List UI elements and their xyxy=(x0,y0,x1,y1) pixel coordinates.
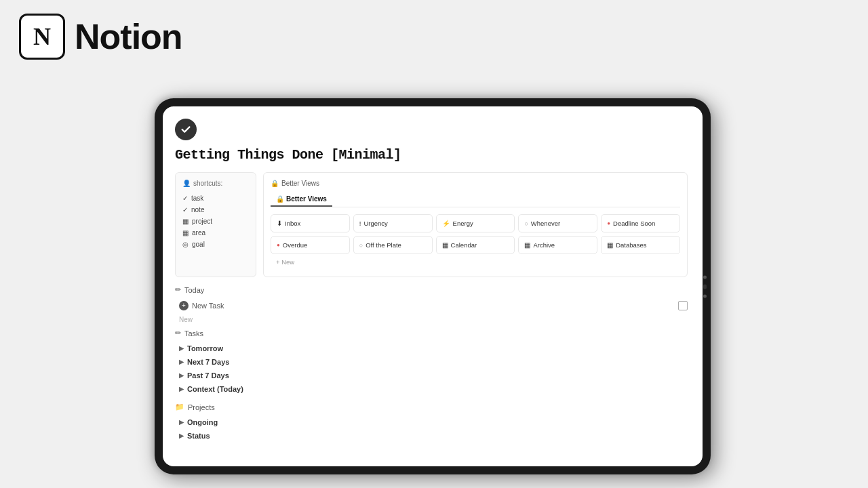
context-arrow-icon: ▶ xyxy=(179,386,184,392)
tablet-dot-2 xyxy=(703,284,707,289)
bv-card-energy[interactable]: ⚡ Energy xyxy=(436,214,515,232)
project-group-ongoing[interactable]: ▶ Ongoing xyxy=(175,415,688,429)
bv-card-calendar[interactable]: ▦ Calendar xyxy=(436,236,515,254)
notion-logo-area: N Notion xyxy=(19,14,182,60)
shortcuts-panel: 👤 shortcuts: ✓ task ✓ note ▦ project xyxy=(175,172,256,277)
shortcut-task[interactable]: ✓ task xyxy=(182,192,249,204)
tasks-pencil-icon: ✏ xyxy=(175,329,181,338)
shortcut-project-label: project xyxy=(192,218,212,225)
bv-new-button[interactable]: + New xyxy=(271,254,680,270)
goal-icon: ◎ xyxy=(182,241,189,248)
next7-arrow-icon: ▶ xyxy=(179,359,184,365)
shortcuts-header: 👤 shortcuts: xyxy=(182,180,249,187)
bv-cards-row2: Overdue Off the Plate ▦ Calendar ▦ Archi… xyxy=(271,236,680,254)
past7-arrow-icon: ▶ xyxy=(179,372,184,379)
two-column-layout: 👤 shortcuts: ✓ task ✓ note ▦ project xyxy=(175,172,688,277)
bv-card-deadline[interactable]: Deadline Soon xyxy=(601,214,680,232)
projects-section: 📁 Projects ▶ Ongoing ▶ Status xyxy=(175,403,688,443)
notion-title: Notion xyxy=(75,16,182,57)
projects-section-header: 📁 Projects xyxy=(175,403,688,411)
tab-better-views-label: Better Views xyxy=(286,195,327,203)
bv-tabs: 🔒 Better Views xyxy=(271,192,680,207)
page-title: Getting Things Done [Minimal] xyxy=(175,147,688,163)
today-row: + New Task xyxy=(175,298,688,313)
status-label: Status xyxy=(187,432,210,440)
new-task-label: New Task xyxy=(192,302,224,310)
shortcut-note[interactable]: ✓ note xyxy=(182,204,249,216)
offplate-label: Off the Plate xyxy=(366,241,401,249)
tablet-screen: Getting Things Done [Minimal] 👤 shortcut… xyxy=(163,106,703,466)
new-task-button[interactable]: + New Task xyxy=(175,298,228,313)
shortcut-note-label: note xyxy=(191,206,204,214)
bv-card-databases[interactable]: ▦ Databases xyxy=(601,236,680,254)
tablet-frame: Getting Things Done [Minimal] 👤 shortcut… xyxy=(155,98,711,474)
databases-icon: ▦ xyxy=(607,241,613,249)
ongoing-arrow-icon: ▶ xyxy=(179,419,184,426)
project-icon: ▦ xyxy=(182,218,189,225)
bv-header-label: Better Views xyxy=(281,180,319,187)
archive-icon: ▦ xyxy=(524,241,530,249)
new-small-label[interactable]: New xyxy=(175,316,688,323)
task-group-tomorrow[interactable]: ▶ Tomorrow xyxy=(175,342,688,355)
tomorrow-label: Tomorrow xyxy=(187,344,223,352)
notion-logo-icon: N xyxy=(19,14,65,60)
tab-lock-icon: 🔒 xyxy=(276,195,284,203)
calendar-icon: ▦ xyxy=(442,241,448,249)
shortcut-project[interactable]: ▦ project xyxy=(182,216,249,227)
next7-label: Next 7 Days xyxy=(187,358,229,366)
bv-cards-row1: ⬇ Inbox ! Urgency ⚡ Energy Whenever xyxy=(271,214,680,232)
projects-folder-icon: 📁 xyxy=(175,403,184,411)
inbox-icon: ⬇ xyxy=(277,220,282,227)
tomorrow-arrow-icon: ▶ xyxy=(179,345,184,352)
tablet-dot-3 xyxy=(703,294,707,298)
past7-label: Past 7 Days xyxy=(187,371,229,380)
bv-card-inbox[interactable]: ⬇ Inbox xyxy=(271,214,350,232)
bv-header: 🔒 Better Views xyxy=(271,180,680,187)
bv-card-archive[interactable]: ▦ Archive xyxy=(518,236,597,254)
task-check-icon: ✓ xyxy=(182,195,188,202)
shortcut-goal-label: goal xyxy=(192,241,205,248)
task-group-past7[interactable]: ▶ Past 7 Days xyxy=(175,369,688,382)
shortcut-area-label: area xyxy=(192,229,205,237)
new-task-plus-icon: + xyxy=(179,301,189,310)
tasks-section-header: ✏ Tasks xyxy=(175,329,688,338)
pencil-icon: ✏ xyxy=(175,285,181,294)
shortcut-area[interactable]: ▦ area xyxy=(182,227,249,239)
shortcut-goal[interactable]: ◎ goal xyxy=(182,239,249,250)
urgency-icon: ! xyxy=(359,220,361,227)
grid-view-icon[interactable] xyxy=(678,301,688,310)
lock-icon: 🔒 xyxy=(271,180,279,187)
person-icon: 👤 xyxy=(182,180,191,187)
ongoing-label: Ongoing xyxy=(187,418,218,426)
better-views-panel: 🔒 Better Views 🔒 Better Views ⬇ Inbo xyxy=(263,172,688,277)
urgency-label: Urgency xyxy=(363,220,387,227)
page-icon xyxy=(175,119,197,140)
bv-card-whenever[interactable]: Whenever xyxy=(518,214,597,232)
tasks-label: Tasks xyxy=(184,329,203,338)
bv-card-urgency[interactable]: ! Urgency xyxy=(353,214,433,232)
note-check-icon: ✓ xyxy=(182,206,188,214)
tablet-dots xyxy=(703,275,707,298)
archive-label: Archive xyxy=(533,241,555,249)
project-group-status[interactable]: ▶ Status xyxy=(175,429,688,443)
energy-icon: ⚡ xyxy=(442,220,450,227)
task-group-next7[interactable]: ▶ Next 7 Days xyxy=(175,355,688,369)
calendar-label: Calendar xyxy=(451,241,477,249)
inbox-label: Inbox xyxy=(285,220,300,227)
databases-label: Databases xyxy=(616,241,646,249)
task-group-context[interactable]: ▶ Context (Today) xyxy=(175,382,688,396)
shortcuts-label: shortcuts: xyxy=(193,180,222,187)
bv-card-offplate[interactable]: Off the Plate xyxy=(353,236,433,254)
bv-card-overdue[interactable]: Overdue xyxy=(271,236,350,254)
deadline-label: Deadline Soon xyxy=(613,220,655,227)
projects-label: Projects xyxy=(188,403,215,411)
context-label: Context (Today) xyxy=(187,385,243,393)
overdue-label: Overdue xyxy=(283,241,307,249)
tasks-section: ✏ Tasks ▶ Tomorrow ▶ Next 7 Days ▶ Past … xyxy=(175,329,688,396)
energy-label: Energy xyxy=(453,220,473,227)
tab-better-views[interactable]: 🔒 Better Views xyxy=(271,192,332,207)
page-content[interactable]: Getting Things Done [Minimal] 👤 shortcut… xyxy=(163,106,703,466)
whenever-label: Whenever xyxy=(531,220,560,227)
today-label: Today xyxy=(184,286,204,294)
tablet-dot-1 xyxy=(703,275,707,279)
